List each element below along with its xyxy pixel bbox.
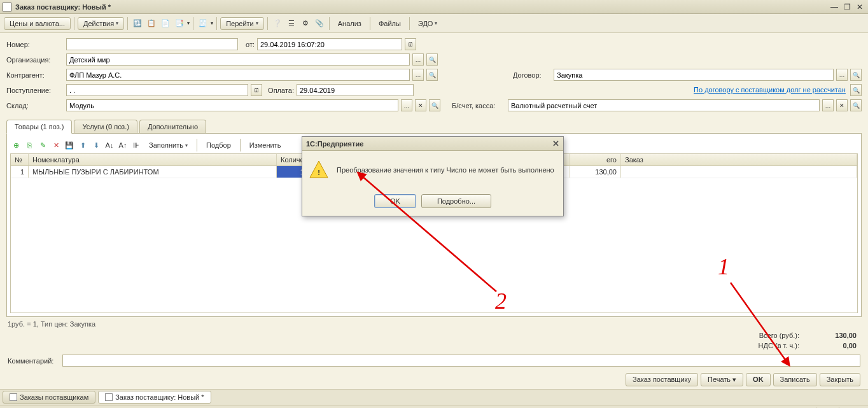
- goto-button[interactable]: Перейти▾: [220, 17, 264, 30]
- vat-row: НДС (в т. ч.): 0,00: [0, 341, 868, 351]
- close-icon[interactable]: ✕: [552, 139, 559, 148]
- dialog-titlebar: 1С:Предприятие ✕: [302, 137, 563, 151]
- price-footer: 1руб. = 1, Тип цен: Закупка: [0, 318, 868, 330]
- change-button[interactable]: Изменить: [244, 139, 286, 151]
- chevron-down-icon: ▾: [185, 143, 188, 148]
- lookup-button[interactable]: 🔍: [426, 69, 438, 81]
- separator: [74, 17, 74, 30]
- col-number[interactable]: №: [11, 154, 29, 165]
- edit-icon[interactable]: ✎: [37, 139, 48, 151]
- minimize-button[interactable]: —: [829, 2, 840, 12]
- chevron-down-icon[interactable]: ▾: [187, 20, 190, 26]
- select-button[interactable]: …: [401, 99, 412, 111]
- barcode-icon[interactable]: ⊪: [130, 139, 142, 151]
- tab-goods[interactable]: Товары (1 поз.): [6, 120, 72, 134]
- lookup-button[interactable]: 🔍: [429, 99, 440, 111]
- analysis-button[interactable]: Анализ: [333, 18, 367, 29]
- structure-icon[interactable]: 🧾: [197, 17, 209, 30]
- cell-n: 1: [11, 166, 29, 178]
- close-button[interactable]: Закрыть: [820, 373, 860, 386]
- dialog-title: 1С:Предприятие: [306, 140, 363, 148]
- sort-asc-icon[interactable]: A↓: [104, 139, 115, 151]
- attach-icon[interactable]: 📎: [313, 17, 326, 30]
- actions-button[interactable]: Действия▾: [78, 17, 124, 30]
- org-input[interactable]: [66, 53, 410, 66]
- col-nomenclature[interactable]: Номенклатура: [29, 154, 277, 165]
- number-input[interactable]: [66, 38, 238, 50]
- close-window-button[interactable]: ✕: [854, 2, 865, 12]
- payment-input[interactable]: [297, 84, 414, 96]
- wintab-doc[interactable]: Заказ поставщику: Новый *: [98, 391, 211, 404]
- clear-button[interactable]: ✕: [836, 99, 848, 111]
- tab-additional[interactable]: Дополнительно: [139, 120, 206, 134]
- cell-order: [621, 166, 857, 178]
- save-icon[interactable]: 💾: [64, 139, 75, 151]
- select-button[interactable]: Подбор: [201, 139, 236, 151]
- edo-button[interactable]: ЭДО▾: [413, 18, 443, 29]
- settings-icon[interactable]: ⚙: [299, 17, 312, 30]
- files-button[interactable]: Файлы: [374, 18, 406, 29]
- print-button[interactable]: Печать ▾: [701, 373, 743, 386]
- basedon-icon[interactable]: 📑: [173, 17, 186, 30]
- comment-input[interactable]: [62, 355, 860, 367]
- warehouse-label: Склад:: [6, 102, 64, 109]
- dialog-details-button[interactable]: Подробно...: [421, 194, 491, 208]
- payment-label: Оплата:: [265, 87, 294, 94]
- supplier-order-button[interactable]: Заказ поставщику: [626, 373, 698, 386]
- bottom-buttons: Заказ поставщику Печать ▾ OK Записать За…: [0, 370, 868, 389]
- warehouse-input[interactable]: [66, 99, 398, 111]
- help-icon[interactable]: ❔: [271, 17, 284, 30]
- label: Файлы: [379, 20, 401, 27]
- label: Печать: [708, 376, 731, 383]
- post-icon[interactable]: 📋: [145, 17, 158, 30]
- counterparty-input[interactable]: [66, 69, 410, 81]
- date-label: от:: [241, 41, 255, 48]
- select-button[interactable]: …: [822, 99, 834, 111]
- ok-button[interactable]: OK: [746, 373, 771, 386]
- lookup-button[interactable]: 🔍: [426, 53, 438, 66]
- receipt-input[interactable]: [66, 84, 248, 96]
- total-label: Всего (руб.):: [759, 332, 799, 339]
- label: Перейти: [226, 20, 254, 27]
- save-button[interactable]: Записать: [773, 373, 817, 386]
- lookup-button[interactable]: 🔍: [850, 99, 862, 111]
- separator: [329, 17, 330, 30]
- label: Подбор: [206, 141, 231, 149]
- delete-icon[interactable]: ✕: [50, 139, 62, 151]
- select-button[interactable]: …: [412, 69, 424, 81]
- move-up-icon[interactable]: ⬆: [77, 139, 88, 151]
- label: Анализ: [338, 20, 361, 27]
- move-down-icon[interactable]: ⬇: [90, 139, 102, 151]
- label: Изменить: [249, 141, 281, 149]
- fill-button[interactable]: Заполнить▾: [144, 139, 193, 151]
- contract-input[interactable]: [554, 69, 834, 81]
- refresh-icon[interactable]: 🔃: [131, 17, 144, 30]
- unpost-icon[interactable]: 📄: [159, 17, 172, 30]
- copy-icon[interactable]: ⎘: [24, 139, 35, 151]
- add-icon[interactable]: ⊕: [10, 139, 22, 151]
- wintab-list[interactable]: Заказы поставщикам: [3, 391, 95, 404]
- org-label: Организация:: [6, 56, 64, 64]
- clear-button[interactable]: ✕: [415, 99, 426, 111]
- chevron-down-icon[interactable]: ▾: [211, 20, 213, 26]
- select-button[interactable]: …: [836, 69, 848, 81]
- select-button[interactable]: …: [412, 53, 424, 66]
- col-order[interactable]: Заказ: [621, 154, 857, 165]
- totals-row: Всего (руб.): 130,00: [0, 330, 868, 341]
- restore-button[interactable]: ❐: [841, 2, 853, 12]
- cell-nom: МЫЛЬНЫЕ ПУЗЫРИ С ЛАБИРИНТОМ: [29, 166, 277, 178]
- debt-link[interactable]: По договору с поставщиком долг не рассчи…: [694, 86, 846, 94]
- dialog-ok-button[interactable]: OK: [374, 194, 416, 208]
- bank-input[interactable]: [508, 99, 820, 111]
- label: Действия: [83, 20, 114, 27]
- date-input[interactable]: [257, 38, 402, 50]
- prices-currency-button[interactable]: Цены и валюта...: [4, 17, 71, 30]
- tab-services[interactable]: Услуги (0 поз.): [74, 120, 137, 134]
- lookup-button[interactable]: 🔍: [850, 69, 862, 81]
- list-icon[interactable]: ☰: [285, 17, 298, 30]
- sort-desc-icon[interactable]: A↑: [117, 139, 129, 151]
- calendar-button[interactable]: 🗓: [405, 38, 416, 50]
- lookup-button[interactable]: 🔍: [850, 84, 862, 96]
- col-sum[interactable]: его: [570, 154, 621, 165]
- calendar-button[interactable]: 🗓: [251, 84, 262, 96]
